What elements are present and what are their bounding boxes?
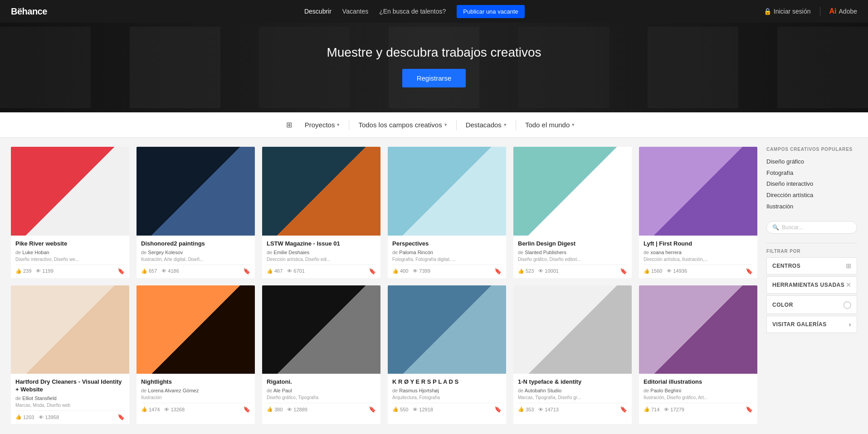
view-stat: 👁 13268 [164,407,185,412]
bookmark-icon[interactable]: 🔖 [369,268,376,275]
view-stat: 👁 12889 [287,407,307,412]
eye-icon: 👁 [161,268,166,274]
adobe-link[interactable]: Ai Adobe [829,7,857,15]
project-card-4[interactable]: Perspectives de Paloma Rincón Fotografía… [388,147,506,278]
filter-mundo[interactable]: Todo el mundo ▾ [518,119,582,131]
project-tags: Ilustración [141,395,250,400]
view-stat: 👁 1199 [36,268,53,274]
project-title: Editorial illustrations [644,378,753,386]
project-info: Lyft | First Round de xoana herrera Dire… [639,236,757,278]
view-stat: 👁 14713 [538,407,559,412]
project-author: de Autobahn Studio [518,388,627,393]
thumb-up-icon: 👍 [141,268,147,274]
field-fotografia[interactable]: Fotografía [766,168,857,179]
project-card-5[interactable]: Berlin Design Digest de Slanted Publishe… [513,147,632,278]
filter-visitar-galerias[interactable]: VISITAR GALERÍAS › [766,316,857,333]
filter-visit-label: VISITAR GALERÍAS [772,321,827,328]
behance-logo[interactable]: Bëhance [11,6,47,17]
thumb-up-icon: 👍 [267,268,273,274]
view-count: 7399 [419,268,430,274]
bookmark-icon[interactable]: 🔖 [117,268,125,275]
project-title: Dishonored2 paintings [141,240,250,248]
filter-destacados[interactable]: Destacados ▾ [458,119,514,131]
filter-color[interactable]: COLOR ◯ [766,295,857,314]
project-card-8[interactable]: Nightlights de Lorena Alvarez Gómez Ilus… [137,285,255,424]
filter-color-label: COLOR [772,302,793,308]
like-stat: 👍 239 [15,268,31,274]
project-stats: 👍 1203 👁 13958 🔖 [15,410,125,420]
chevron-down-icon-2: ▾ [444,122,447,128]
thumb-up-icon: 👍 [392,406,399,412]
filter-separator-2 [456,120,457,130]
like-count: 467 [274,268,283,274]
field-diseno-grafico[interactable]: Diseño gráfico [766,156,857,168]
eye-icon: 👁 [164,407,169,412]
register-button[interactable]: Registrarse [402,69,466,87]
project-thumbnail [513,147,632,236]
view-count: 1199 [42,268,53,274]
like-count: 400 [400,268,408,274]
bookmark-icon[interactable]: 🔖 [746,268,753,275]
filter-section: FILTRAR POR CENTROS ⊞ HERRAMIENTAS USADA… [766,243,857,333]
project-card-7[interactable]: Hartford Dry Cleaners - Visual Identity … [11,285,129,424]
project-stats: 👍 714 👁 17279 🔖 [644,403,753,413]
field-direccion-artistica[interactable]: Dirección artística [766,190,857,201]
signin-link[interactable]: 🔒 Iniciar sesión [764,8,811,15]
thumb-up-icon: 👍 [392,268,399,274]
field-ilustracion[interactable]: Ilustración [766,201,857,212]
filter-campos[interactable]: Todos los campos creativos ▾ [351,119,454,131]
bookmark-icon[interactable]: 🔖 [494,268,502,275]
grid-view-icon[interactable]: ⊞ [286,121,292,129]
bookmark-icon[interactable]: 🔖 [243,406,250,413]
filter-proyectos[interactable]: Proyectos ▾ [297,119,347,131]
bookmark-icon[interactable]: 🔖 [746,406,753,413]
navbar-links: Descubrir Vacantes ¿En busca de talentos… [65,5,764,18]
bookmark-icon[interactable]: 🔖 [494,406,502,413]
eye-icon: 👁 [538,268,543,274]
project-card-2[interactable]: Dishonored2 paintings de Sergey Kolesov … [137,147,255,278]
bookmark-icon[interactable]: 🔖 [620,406,627,413]
like-count: 239 [23,268,31,274]
project-card-6[interactable]: Lyft | First Round de xoana herrera Dire… [639,147,757,278]
field-diseno-interactivo[interactable]: Diseño interactivo [766,178,857,190]
project-card-1[interactable]: Pike River website de Luke Hoban Diseño … [11,147,129,278]
project-card-10[interactable]: K R Ø Y E R S P L A D S de Rasmus Hjorts… [388,285,506,424]
main-layout: Pike River website de Luke Hoban Diseño … [0,138,868,433]
bookmark-icon[interactable]: 🔖 [620,268,627,275]
view-count: 10001 [545,268,559,274]
project-thumbnail [513,285,632,374]
like-count: 1474 [149,407,160,412]
publish-vacancy-button[interactable]: Publicar una vacante [457,5,524,18]
project-tags: Fotografía, Fotografía digital, ... [392,257,502,262]
project-stats: 👍 1474 👁 13268 🔖 [141,403,250,413]
filter-herramientas[interactable]: HERRAMIENTAS USADAS ✕ [766,276,857,294]
project-stats: 👍 1560 👁 14936 🔖 [644,265,753,275]
project-card-3[interactable]: LSTW Magazine - Issue 01 de Emilie Desha… [262,147,380,278]
grid-icon: ⊞ [846,262,852,270]
project-title: Lyft | First Round [644,240,753,248]
project-info: Rigatoni. de Ale Paul Diseño gráfico, Ti… [262,374,380,416]
project-card-11[interactable]: 1-N typeface & identity de Autobahn Stud… [513,285,632,424]
signin-label: Iniciar sesión [774,8,811,15]
project-author: de Emilie Deshaies [267,250,376,255]
project-card-12[interactable]: Editorial illustrations de Paolo Beghini… [639,285,757,424]
nav-descubrir[interactable]: Descubrir [304,8,332,15]
project-author: de Elliot Stansfield [15,395,125,401]
bookmark-icon[interactable]: 🔖 [243,268,250,275]
project-thumbnail [137,147,255,236]
project-card-9[interactable]: Rigatoni. de Ale Paul Diseño gráfico, Ti… [262,285,380,424]
nav-vacantes[interactable]: Vacantes [342,8,368,15]
adobe-label: Adobe [839,8,857,15]
project-author: de Ale Paul [267,388,376,393]
bookmark-icon[interactable]: 🔖 [369,406,376,413]
eye-icon: 👁 [667,268,672,274]
search-box[interactable]: 🔍 Buscar... [766,221,857,234]
project-thumbnail [388,285,506,374]
project-thumbnail [11,285,129,374]
project-title: Pike River website [15,240,125,248]
eye-icon: 👁 [538,407,543,412]
thumb-up-icon: 👍 [15,268,22,274]
eye-icon: 👁 [36,268,41,274]
filter-centros[interactable]: CENTROS ⊞ [766,257,857,275]
bookmark-icon[interactable]: 🔖 [117,414,125,420]
